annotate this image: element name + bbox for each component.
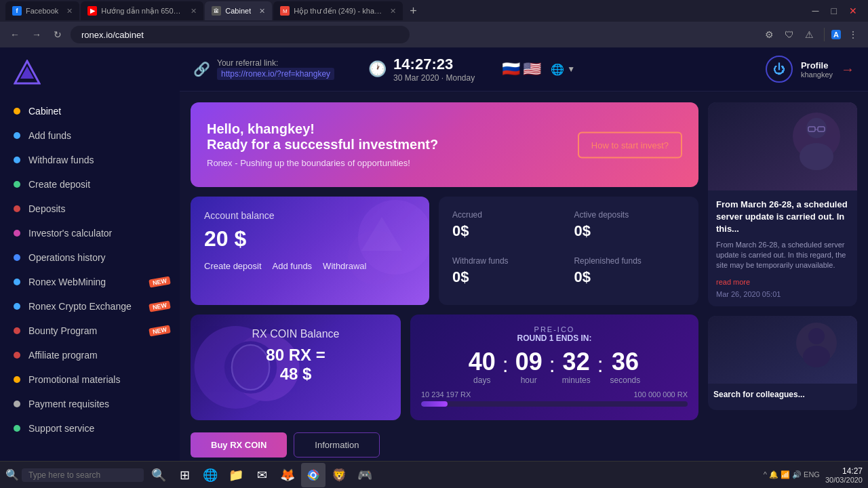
start-button[interactable]: 🔍	[5, 468, 19, 481]
sidebar-item-support-service[interactable]: Support service	[0, 416, 180, 441]
sidebar-item-operations-history[interactable]: Operations history	[0, 245, 180, 270]
stat-withdraw-funds: Withdraw funds 0$	[452, 256, 564, 291]
stat-replenished-label: Replenished funds	[574, 256, 685, 266]
create-deposit-link[interactable]: Create deposit	[204, 261, 262, 271]
taskbar-edge[interactable]: 🌐	[198, 463, 222, 487]
sidebar-item-ronex-crypto-exchange[interactable]: Ronex Crypto Exchange NEW	[0, 294, 180, 319]
menu-dot-promotional	[14, 376, 20, 383]
sidebar-item-bounty-program[interactable]: Bounty Program NEW	[0, 319, 180, 343]
balance-actions: Create deposit Add funds Withdrawal	[204, 261, 416, 271]
taskbar-search[interactable]	[22, 468, 144, 482]
logout-button[interactable]: →	[841, 62, 854, 77]
taskbar-mail[interactable]: ✉	[250, 463, 274, 487]
flag-ru[interactable]: 🇷🇺	[502, 60, 520, 78]
news-image-2	[708, 316, 857, 384]
address-input[interactable]	[71, 26, 410, 43]
tab-close-youtube[interactable]: ✕	[186, 7, 197, 16]
stat-accrued: Accrued 0$	[452, 210, 564, 245]
clock-icon: 🕐	[368, 60, 387, 78]
logo-icon	[14, 60, 41, 87]
menu-dot-payment	[14, 401, 20, 407]
sidebar-item-promotional-materials[interactable]: Promotional materials	[0, 367, 180, 392]
taskbar-brave[interactable]: 🦁	[327, 463, 351, 487]
withdrawal-link[interactable]: Withdrawal	[323, 261, 366, 271]
rx-balance-card: RX COIN Balance 80 RX = 48 $	[191, 314, 401, 420]
sidebar-item-payment-requisites[interactable]: Payment requisites	[0, 392, 180, 416]
sidebar-item-cabinet[interactable]: Cabinet	[0, 99, 180, 123]
close-button[interactable]: ✕	[844, 4, 863, 18]
profile-section: ⏻ Profile khangkey →	[766, 56, 854, 83]
svg-point-11	[806, 118, 827, 138]
bottom-cards-row: RX COIN Balance 80 RX = 48 $ PRE-ICO ROU…	[191, 314, 698, 420]
content-area: Hello, khangkey! Ready for a successful …	[180, 92, 868, 461]
taskbar-explorer[interactable]: 📁	[224, 463, 248, 487]
balance-amount: 20 $	[204, 226, 416, 251]
menu-dot-bounty	[14, 327, 20, 334]
referral-link[interactable]: https://ronex.io/?ref=khangkey	[217, 68, 334, 80]
sidebar-item-withdraw-funds[interactable]: Withdraw funds	[0, 148, 180, 172]
taskbar-firefox[interactable]: 🦊	[275, 463, 300, 487]
taskbar-app-extra[interactable]: 🎮	[353, 463, 377, 487]
information-button[interactable]: Information	[294, 432, 380, 458]
hero-tagline: Ronex - Pushing up the boundaries of opp…	[207, 158, 682, 168]
collected-label: 10 234 197 RX	[421, 390, 471, 399]
progress-bar-wrap	[421, 401, 688, 407]
stat-active-deposits: Active deposits 0$	[574, 210, 685, 245]
buy-rx-coin-button[interactable]: Buy RX COIN	[191, 432, 287, 458]
tab-close-cabinet[interactable]: ✕	[255, 7, 265, 16]
read-more-link-1[interactable]: read more	[716, 278, 750, 286]
forward-button[interactable]: →	[28, 28, 45, 41]
badge-webmining: NEW	[149, 276, 171, 287]
new-tab-button[interactable]: +	[404, 4, 422, 18]
sidebar-logo	[0, 47, 180, 94]
stat-withdraw-value: 0$	[452, 268, 564, 286]
tab-close-facebook[interactable]: ✕	[62, 7, 73, 16]
warning-icon[interactable]: ⚠	[802, 27, 817, 42]
tab-facebook[interactable]: f Facebook ✕	[5, 1, 79, 20]
menu-button[interactable]: ⋮	[845, 27, 861, 42]
taskbar-task-view[interactable]: ⊞	[172, 463, 197, 487]
extensions-button[interactable]: ⚙	[762, 27, 777, 42]
balance-stats-row: Account balance 20 $ Create deposit Add …	[191, 197, 698, 305]
flag-us[interactable]: 🇺🇸	[523, 60, 541, 78]
language-flags: 🇷🇺 🇺🇸 🌐 ▼	[502, 60, 575, 78]
translate-icon[interactable]: A	[831, 30, 841, 39]
countdown-sep-1: :	[502, 352, 509, 378]
sidebar-item-affiliate-program[interactable]: Affiliate program	[0, 343, 180, 367]
google-translate-dropdown[interactable]: 🌐	[551, 63, 564, 76]
news-title-1: From March 26-28, a scheduled server upd…	[716, 199, 849, 236]
stats-card: Accrued 0$ Active deposits 0$ Withdraw f…	[439, 197, 698, 305]
window-controls: ─ □ ✕	[807, 4, 863, 18]
tab-youtube[interactable]: ▶ Hướng dẫn nhận 650 token PIPL... ✕	[81, 1, 203, 20]
minimize-button[interactable]: ─	[807, 4, 825, 18]
sidebar-item-deposits[interactable]: Deposits	[0, 197, 180, 221]
sidebar-item-ronex-webmining[interactable]: Ronex WebMining NEW	[0, 270, 180, 294]
countdown-card: PRE-ICO ROUND 1 ENDS IN: 40 days : 09 ho…	[410, 314, 698, 420]
tab-close-gmail[interactable]: ✕	[386, 7, 396, 16]
tab-cabinet[interactable]: 🏛 Cabinet ✕	[205, 1, 272, 20]
countdown-display: 40 days : 09 hour : 32 minutes	[421, 350, 688, 385]
stat-accrued-value: 0$	[452, 222, 564, 240]
tab-gmail[interactable]: M Hộp thư đến (249) - khangkey.aa... ✕	[273, 1, 403, 20]
taskbar-cortana[interactable]: 🔍	[146, 463, 171, 487]
main-content: 🔗 Your referral link: https://ronex.io/?…	[180, 47, 868, 461]
sidebar-item-investors-calculator[interactable]: Investor's calculator	[0, 221, 180, 245]
add-funds-link[interactable]: Add funds	[273, 261, 313, 271]
badge-crypto-exchange: NEW	[149, 300, 171, 312]
shield-icon[interactable]: 🛡	[781, 27, 797, 42]
back-button[interactable]: ←	[7, 28, 23, 41]
stat-active-deposits-label: Active deposits	[574, 210, 685, 220]
rx-action-buttons: Buy RX COIN Information	[191, 432, 698, 458]
sidebar-menu: Cabinet Add funds Withdraw funds Create …	[0, 94, 180, 446]
rx-amount: 80 RX =	[204, 346, 387, 365]
sidebar-item-add-funds[interactable]: Add funds	[0, 123, 180, 148]
taskbar-chrome[interactable]	[301, 463, 326, 487]
how-to-invest-button[interactable]: How to start invest?	[578, 131, 682, 158]
maximize-button[interactable]: □	[826, 4, 842, 18]
profile-icon[interactable]: ⏻	[766, 56, 793, 83]
stat-replenished-value: 0$	[574, 268, 685, 286]
sidebar-item-create-deposit[interactable]: Create deposit	[0, 172, 180, 197]
svg-point-22	[311, 473, 315, 476]
progress-row: 10 234 197 RX 100 000 000 RX	[421, 390, 688, 399]
reload-button[interactable]: ↻	[50, 28, 65, 41]
